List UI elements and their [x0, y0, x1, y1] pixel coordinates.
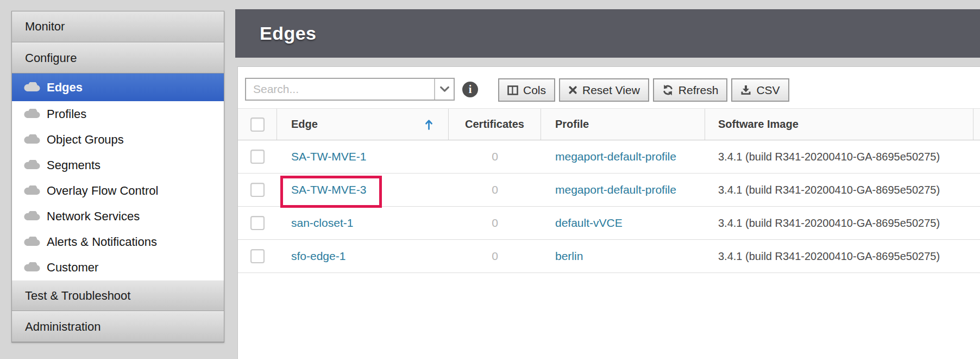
- sidebar-item-network-services[interactable]: Network Services: [12, 203, 224, 229]
- edge-link[interactable]: san-closet-1: [291, 216, 353, 230]
- sidebar-section-configure[interactable]: Configure: [12, 42, 224, 73]
- sidebar-section-monitor[interactable]: Monitor: [12, 11, 224, 42]
- nav-item-label: Segments: [47, 158, 100, 172]
- edges-table: Edge Certificates Profile Software Image: [238, 108, 980, 273]
- row-checkbox[interactable]: [250, 183, 265, 197]
- nav-item-label: Alerts & Notifications: [47, 235, 157, 249]
- certificates-cell: 0: [449, 140, 541, 173]
- edge-link[interactable]: SA-TW-MVE-3: [291, 183, 366, 196]
- search-dropdown-button[interactable]: [434, 79, 454, 100]
- sidebar-section-label: Test & Troubleshoot: [25, 289, 130, 303]
- row-select-cell: [238, 174, 277, 206]
- cloud-icon: [23, 82, 41, 92]
- sidebar-section-label: Configure: [25, 51, 77, 65]
- select-all-header-cell: [238, 109, 277, 140]
- profile-cell: berlin: [541, 240, 705, 273]
- column-header-profile[interactable]: Profile: [541, 109, 705, 140]
- certificates-cell: 0: [449, 174, 541, 206]
- row-select-cell: [238, 207, 277, 239]
- download-icon: [740, 85, 751, 96]
- refresh-button[interactable]: Refresh: [653, 78, 728, 102]
- sidebar-item-object-groups[interactable]: Object Groups: [12, 127, 224, 152]
- button-label: Refresh: [679, 84, 719, 97]
- cloud-icon: [23, 185, 41, 196]
- edge-cell: sfo-edge-1: [277, 240, 449, 273]
- cloud-icon: [23, 211, 41, 221]
- content-panel: i Cols Reset View: [237, 66, 980, 359]
- software-image-cell: 3.4.1 (build R341-20200410-GA-8695e50275…: [705, 140, 973, 173]
- select-all-checkbox[interactable]: [250, 117, 265, 132]
- software-image-cell: 3.4.1 (build R341-20200410-GA-8695e50275…: [705, 240, 973, 273]
- software-image-cell: 3.4.1 (build R341-20200410-GA-8695e50275…: [705, 207, 973, 239]
- cloud-icon: [23, 109, 41, 119]
- cloud-icon: [23, 160, 41, 170]
- sidebar-section-test-troubleshoot[interactable]: Test & Troubleshoot: [12, 280, 224, 311]
- profile-link[interactable]: megaport-default-profile: [555, 150, 676, 163]
- refresh-icon: [662, 84, 674, 96]
- nav-item-label: Network Services: [47, 209, 140, 224]
- row-checkbox[interactable]: [250, 216, 265, 230]
- profile-cell: megaport-default-profile: [541, 174, 705, 206]
- table-row: sfo-edge-1 0 berlin 3.4.1 (build R341-20…: [238, 240, 980, 273]
- sidebar-item-alerts-notifications[interactable]: Alerts & Notifications: [12, 229, 224, 255]
- sidebar-item-customer[interactable]: Customer: [12, 255, 224, 280]
- profile-cell: default-vVCE: [541, 207, 705, 239]
- edge-link[interactable]: SA-TW-MVE-1: [291, 150, 366, 163]
- page-header: Edges: [235, 9, 980, 58]
- table-row: SA-TW-MVE-3 0 megaport-default-profile 3…: [238, 174, 980, 207]
- row-select-cell: [238, 240, 277, 273]
- sidebar-item-overlay-flow-control[interactable]: Overlay Flow Control: [12, 178, 224, 203]
- certificates-cell: 0: [449, 240, 541, 273]
- column-label: Profile: [555, 118, 589, 131]
- search-input[interactable]: [246, 79, 434, 100]
- cloud-icon: [23, 134, 41, 145]
- row-select-cell: [238, 140, 277, 173]
- configure-submenu: Edges Profiles Object Groups Segments: [12, 73, 224, 280]
- edge-cell: SA-TW-MVE-3: [277, 174, 449, 206]
- x-icon: [568, 85, 577, 95]
- profile-link[interactable]: megaport-default-profile: [555, 183, 676, 196]
- nav-item-label: Overlay Flow Control: [47, 184, 158, 198]
- sidebar: Monitor Configure Edges Profiles: [11, 11, 224, 343]
- info-icon[interactable]: i: [462, 82, 478, 97]
- nav-item-label: Object Groups: [47, 133, 124, 147]
- profile-link[interactable]: default-vVCE: [555, 216, 623, 230]
- column-header-edge[interactable]: Edge: [277, 109, 449, 140]
- sidebar-section-administration[interactable]: Administration: [12, 311, 224, 342]
- sidebar-section-label: Administration: [25, 320, 100, 334]
- row-checkbox[interactable]: [250, 150, 265, 164]
- profile-link[interactable]: berlin: [555, 250, 583, 263]
- column-header-certificates[interactable]: Certificates: [449, 109, 541, 140]
- sidebar-item-edges[interactable]: Edges: [12, 73, 224, 101]
- table-header-row: Edge Certificates Profile Software Image: [238, 108, 980, 140]
- software-image-cell: 3.4.1 (build R341-20200410-GA-8695e50275…: [705, 174, 973, 206]
- sidebar-item-segments[interactable]: Segments: [12, 152, 224, 178]
- column-label: Certificates: [465, 118, 524, 131]
- reset-view-button[interactable]: Reset View: [559, 78, 649, 102]
- csv-button[interactable]: CSV: [731, 78, 789, 102]
- column-header-software-image[interactable]: Software Image: [705, 109, 973, 140]
- table-row: SA-TW-MVE-1 0 megaport-default-profile 3…: [238, 140, 980, 174]
- column-header-spacer: [973, 109, 980, 140]
- row-checkbox[interactable]: [250, 249, 265, 263]
- column-label: Software Image: [718, 118, 799, 131]
- button-label: CSV: [756, 84, 780, 97]
- cloud-icon: [23, 237, 41, 247]
- columns-icon: [507, 85, 518, 95]
- sidebar-item-profiles[interactable]: Profiles: [12, 101, 224, 127]
- column-label: Edge: [291, 118, 318, 131]
- profile-cell: megaport-default-profile: [541, 140, 705, 173]
- cols-button[interactable]: Cols: [498, 78, 555, 102]
- certificates-cell: 0: [449, 207, 541, 239]
- edge-cell: SA-TW-MVE-1: [277, 140, 449, 173]
- sort-ascending-icon: [425, 119, 433, 130]
- nav-item-label: Edges: [47, 81, 83, 95]
- search-group: [245, 78, 455, 101]
- edge-link[interactable]: sfo-edge-1: [291, 250, 345, 263]
- page-title: Edges: [260, 23, 317, 44]
- nav-item-label: Profiles: [47, 107, 86, 121]
- button-label: Reset View: [582, 84, 640, 97]
- table-row: san-closet-1 0 default-vVCE 3.4.1 (build…: [238, 207, 980, 240]
- button-label: Cols: [523, 84, 546, 97]
- cloud-icon: [23, 262, 41, 273]
